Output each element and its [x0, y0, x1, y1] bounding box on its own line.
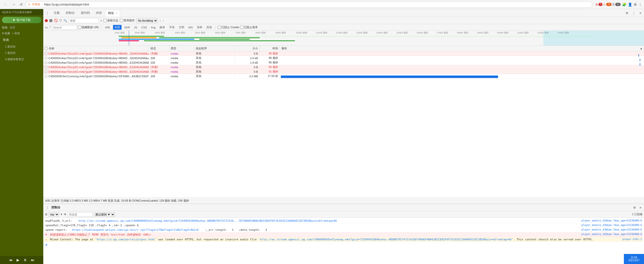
clear-log-btn[interactable]: 🚫	[54, 19, 58, 22]
play-btn[interactable]: ▶	[17, 258, 19, 262]
col-header-time[interactable]: 时间	[260, 46, 280, 51]
devtools-settings-btn[interactable]: ⚙	[624, 11, 630, 15]
prev-btn[interactable]: ⏮	[9, 258, 13, 262]
console-context-select[interactable]: top	[49, 212, 59, 217]
devtools-more-btn[interactable]: ⋮	[631, 11, 637, 15]
filter-tab-js[interactable]: JS	[132, 25, 139, 29]
table-row[interactable]: C400003mAan70zUy5O.m4a?guid=72509942884&…	[43, 60, 644, 65]
pause-btn[interactable]: ⏸	[23, 258, 27, 262]
filter-tab-all[interactable]: 全部	[113, 25, 122, 30]
console-link[interactable]: http://ws.stream.qqmusic.qq.com/C4000009…	[79, 219, 337, 222]
filter-tab-xhr[interactable]: XHR	[123, 25, 131, 29]
sidebar-subitem-2[interactable]: 1 逛街街	[0, 50, 43, 56]
filter-text-input[interactable]	[52, 25, 77, 30]
filter-tab-font[interactable]: 字体	[168, 25, 176, 30]
table-row[interactable]: C400003mAan70zUy5O.m4a?guid=72509942884&…	[43, 69, 644, 74]
profile-btn[interactable]: 👤	[628, 3, 632, 7]
disable-cache-check[interactable]: 禁用缓存	[120, 19, 135, 22]
timeline-bar-blue	[119, 39, 194, 40]
console-close-btn[interactable]: ×	[638, 205, 642, 210]
col-header-waterfall[interactable]: 瀑布 ▲	[280, 46, 644, 51]
sidebar-subitem-3[interactable]: 3 感谢你曾来过	[0, 56, 43, 62]
next-btn[interactable]: ⏭	[31, 258, 34, 262]
tab-memory[interactable]: 内存	[93, 10, 105, 16]
col-header-type[interactable]: 类型	[169, 46, 194, 51]
sidebar-collect[interactable]: ♥ 收藏	[2, 31, 10, 35]
console-line-source[interactable]: player.html:1	[622, 238, 642, 241]
sidebar-section-main[interactable]: 歌曲	[2, 26, 8, 29]
console-link-2[interactable]: http://ws.stream.qqmusic.qq.com/C4000009…	[260, 238, 512, 241]
address-input[interactable]	[44, 3, 590, 6]
sidebar-add[interactable]: + 添加	[12, 31, 20, 35]
filter-tab-other[interactable]: 其他	[205, 25, 213, 30]
player-bar: ⏮ ▶ ⏸ ⏭	[0, 256, 43, 264]
hide-data-url-check[interactable]: 隐藏数据 URL	[78, 25, 99, 29]
search-clear-btn[interactable]: ×	[100, 19, 102, 22]
filter-tab-ws[interactable]: WS	[187, 25, 194, 29]
console-link[interactable]: https://huatuospeed.weiyun.com/cgi-bin/r…	[72, 228, 199, 232]
devtools-menu-btn[interactable]: ⋮	[44, 11, 50, 15]
preserve-log-check[interactable]: 保留日志	[103, 19, 118, 22]
console-level-select[interactable]: 默认级别 ▼	[94, 212, 115, 217]
more-btn[interactable]: ⋮	[638, 3, 642, 7]
search-icon: 🔍	[63, 19, 67, 22]
console-filter-input[interactable]	[68, 212, 93, 217]
console-filter-icon[interactable]: 👁	[64, 213, 67, 216]
console-settings-btn[interactable]: ⚙	[632, 205, 637, 210]
console-input-cursor[interactable]	[49, 243, 50, 246]
col-header-initiator[interactable]: 发起程序	[194, 46, 235, 51]
filter-tab-doc[interactable]: 文档	[177, 25, 186, 30]
import-btn[interactable]: ↑	[159, 19, 161, 22]
sidebar-section-sub[interactable]: 设置	[10, 26, 15, 29]
forward-button[interactable]: →	[10, 2, 17, 7]
tab-console[interactable]: 控制台	[63, 10, 78, 16]
col-header-size[interactable]: 大小	[235, 46, 260, 51]
cell-type: media	[169, 61, 194, 65]
extensions-btn[interactable]: 🧩	[622, 3, 626, 7]
tab-sources[interactable]: 源代码	[78, 10, 93, 16]
select-all-check[interactable]	[45, 47, 48, 50]
search-input[interactable]	[69, 18, 99, 23]
console-link[interactable]: https://y.qq.com/portal/player.html	[97, 238, 155, 241]
devtools-close-btn[interactable]: ×	[638, 11, 643, 16]
sidebar-item-songs[interactable]: 歌曲	[0, 36, 43, 44]
table-row[interactable]: C4000009U5eV1zmvmg.m4a?guid=72509942884&…	[43, 74, 644, 79]
table-row[interactable]: C400003mAan70zUy5O.m4a?guid=72509942884&…	[43, 65, 644, 69]
col-header-name[interactable]: 名称	[43, 46, 149, 51]
filter-tab-manifest[interactable]: 清单	[195, 25, 204, 30]
export-btn[interactable]: ↓	[162, 19, 164, 22]
filter-tab-media[interactable]: 媒体	[158, 25, 167, 30]
filter-tab-img[interactable]: Img	[149, 25, 157, 29]
sidebar-subitem-1[interactable]: 1 逛街街	[0, 44, 43, 50]
console-clear-btn[interactable]: ⊘	[45, 212, 48, 216]
back-button[interactable]: ←	[2, 2, 9, 7]
console-header: ⋮ 控制台 ⚙ ×	[43, 204, 644, 211]
timeline-bars: 1000 毫秒 2000 毫秒 3000 毫秒 4000 毫秒 5000 毫秒 …	[43, 31, 644, 46]
reload-button[interactable]: ↺	[18, 2, 24, 7]
tab-network-close[interactable]: ×	[116, 12, 117, 15]
console-line-source[interactable]: player_module_d3bbae.?max_age=31536000:6	[581, 233, 642, 236]
blocked-cookie-check[interactable]: 已阻止 Cookie	[218, 25, 239, 29]
console-dropdown-btn[interactable]: ▼	[60, 213, 63, 216]
console-line-source[interactable]: player_module_d3bbae.?max_age=31536000:6	[581, 224, 642, 227]
table-row[interactable]: C400003mAan70zUy5O.m4a?guid=72509942884&…	[43, 56, 644, 60]
console-line-source[interactable]: player_module_d3bbae.?max_age=31536000:6	[581, 219, 642, 222]
filter-btn[interactable]: ▽	[59, 19, 62, 22]
console-hidden-badge: 2 已隐藏	[632, 212, 642, 216]
filter-case-btn[interactable]: .*	[49, 26, 51, 29]
console-menu-btn[interactable]: ⋮	[45, 205, 50, 210]
tab-network[interactable]: 网络 ×	[105, 10, 120, 17]
filter-tab-css[interactable]: CSS	[140, 25, 148, 29]
tab-elements[interactable]: 元素	[51, 10, 62, 16]
filter-sep	[101, 26, 101, 29]
blocked-req-check[interactable]: 已阻止请求	[240, 25, 258, 29]
console-line-text: speed report: https://huatuospeed.weiyun…	[45, 228, 577, 232]
throttle-select[interactable]: No throttling	[136, 18, 158, 23]
table-row[interactable]: C400003mAan70zUy5O.m4a?guid=72509942884&…	[43, 51, 644, 56]
filter-tab-url[interactable]: URL	[103, 25, 112, 29]
stop-indicator	[49, 19, 52, 22]
settings-btn[interactable]: ⚙	[634, 3, 637, 7]
console-line-source[interactable]: player_module_d3bbae.?max_age=31536000:6	[581, 228, 642, 231]
download-btn[interactable]: ▶ 客户端下载	[2, 17, 41, 23]
col-header-status[interactable]: 状态	[149, 46, 169, 51]
